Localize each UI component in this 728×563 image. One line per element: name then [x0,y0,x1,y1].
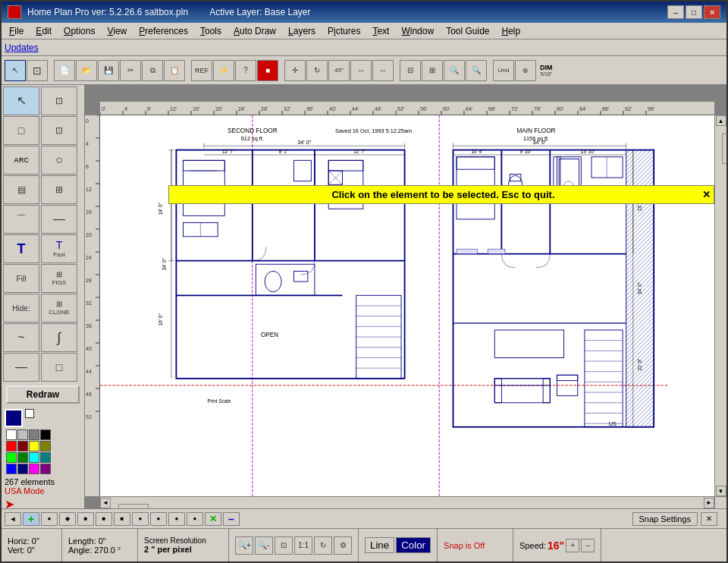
line-button[interactable]: Line [365,537,394,553]
wall-lt-button[interactable]: ▤ [3,175,39,204]
fill-lt-button[interactable]: Fill [3,264,39,293]
stop-button[interactable]: ■ [257,60,278,81]
snap-sq-button[interactable]: ■ [77,512,94,526]
horizontal-scrollbar[interactable]: ◄ ► [100,496,714,508]
color-blue[interactable] [6,464,17,474]
undo-button[interactable]: Und [493,60,514,81]
menu-edit[interactable]: Edit [30,24,58,38]
copy-button[interactable]: ⧉ [142,60,163,81]
scroll-left-button[interactable]: ◄ [100,498,111,508]
snap-sq2-button[interactable]: ■ [96,512,112,526]
zoom-actual-button[interactable]: 1:1 [294,536,312,555]
snap-settings-button[interactable]: Snap Settings [632,512,698,526]
figs-lt-button[interactable]: ⊞ FIGS [41,264,77,293]
snap-dot2-button[interactable]: ● [150,512,167,526]
color-black[interactable] [40,429,51,440]
select2-lt-button[interactable]: ⊡ [41,86,77,115]
redraw-button[interactable]: Redraw [6,385,80,404]
flip-button[interactable]: ↔ [350,60,372,81]
zoom2-button[interactable]: 🔍 [466,60,487,81]
save-button[interactable]: 💾 [98,60,119,81]
menu-options[interactable]: Options [58,24,101,38]
zoom-button[interactable]: 🔍 [444,60,465,81]
menu-file[interactable]: File [3,24,30,38]
color-lime[interactable] [6,452,17,463]
zoom-fit-button[interactable]: ⊡ [275,536,293,555]
menu-window[interactable]: Window [395,24,440,38]
line-lt-button[interactable]: — [41,205,77,234]
menu-pictures[interactable]: Pictures [322,24,366,38]
zoom-out-button[interactable]: 🔍- [255,536,273,555]
snap-dot-button[interactable]: ● [132,512,149,526]
snap-dot3-button[interactable]: ● [168,512,185,526]
action-button[interactable]: ⚡ [213,60,234,81]
speed-minus-button[interactable]: – [581,539,595,552]
zoom-in-button[interactable]: 🔍+ [235,536,253,555]
new-button[interactable]: 📄 [54,60,75,81]
move-button[interactable]: ✛ [284,60,306,81]
menu-layers[interactable]: Layers [282,24,322,38]
color-magenta[interactable] [29,464,39,474]
nav-arrow[interactable]: ➤ [5,497,14,508]
color-red[interactable] [6,441,17,451]
color-navy[interactable] [17,464,28,474]
stairs-lt-button[interactable]: ⌒ [3,205,39,234]
rotate45-button[interactable]: 45° [328,60,350,81]
rect-tool-button[interactable]: □ [3,116,39,145]
select-tool-button[interactable]: ↖ [5,60,26,81]
maximize-button[interactable]: □ [686,5,702,19]
canvas[interactable]: SECOND FLOOR 612 sq ft. Saved 16 Oct. 19… [100,115,714,496]
text-lt-button[interactable]: T [3,234,39,263]
secondary-color[interactable] [25,409,34,418]
usa-mode-label[interactable]: USA Mode [5,486,81,495]
notification-close[interactable]: ✕ [702,189,711,200]
color-yellow[interactable] [29,441,39,451]
color-gray[interactable] [29,429,39,440]
color-purple[interactable] [40,464,51,474]
snap-sq3-button[interactable]: ■ [114,512,130,526]
color-green[interactable] [17,452,28,463]
color-olive[interactable] [40,441,51,451]
close-button[interactable]: ✕ [704,5,720,19]
menu-help[interactable]: Help [496,24,527,38]
select-lt-button[interactable]: ↖ [3,86,39,115]
menu-view[interactable]: View [101,24,133,38]
help2-button[interactable]: ? [235,60,256,81]
flip2-button[interactable]: ↔ [372,60,394,81]
primary-color[interactable] [5,409,23,427]
hide-lt-button[interactable]: Hide: [3,294,39,322]
arc-tool-button[interactable]: ARC [3,146,39,175]
wave-lt-button[interactable]: ~ [3,323,39,352]
wall-button[interactable]: ⊟ [400,60,421,81]
color-button[interactable]: Color [396,537,431,553]
snap-close-button[interactable]: ✕ [701,512,717,526]
menu-autodraw[interactable]: Auto Draw [228,24,282,38]
menu-toolguide[interactable]: Tool Guide [440,24,495,38]
scroll-right-button[interactable]: ► [704,498,714,508]
color-white[interactable] [6,429,17,440]
nav-left-button[interactable]: ◄ [5,512,21,526]
snap-minus-button[interactable]: – [223,512,240,526]
scroll-down-button[interactable]: ▼ [716,486,726,496]
rect2-tool-button[interactable]: ⊡ [41,116,77,145]
clone-lt-button[interactable]: ⊞ CLONE [41,294,77,322]
menu-text[interactable]: Text [366,24,395,38]
zoom-rotate-button[interactable]: ↻ [314,536,332,555]
measure-button[interactable]: ⊞ [422,60,443,81]
vertical-scrollbar[interactable]: ▲ ▼ [714,115,726,496]
circle-tool-button[interactable]: ○ [41,146,77,175]
updates-link[interactable]: Updates [5,42,39,53]
color-silver[interactable] [17,429,28,440]
cut-button[interactable]: ✂ [120,60,141,81]
menu-tools[interactable]: Tools [194,24,228,38]
snap-x-button[interactable]: ✕ [205,512,221,526]
open-button[interactable]: 📂 [76,60,97,81]
rotate-button[interactable]: ↻ [306,60,328,81]
minimize-button[interactable]: – [667,5,684,19]
color-teal[interactable] [40,452,51,463]
zoom-config-button[interactable]: ⚙ [334,536,352,555]
paste-button[interactable]: 📋 [164,60,185,81]
snap-plus-button[interactable]: + [23,512,39,526]
speed-plus-button[interactable]: + [566,539,579,552]
snap-dot4-button[interactable]: ● [187,512,203,526]
